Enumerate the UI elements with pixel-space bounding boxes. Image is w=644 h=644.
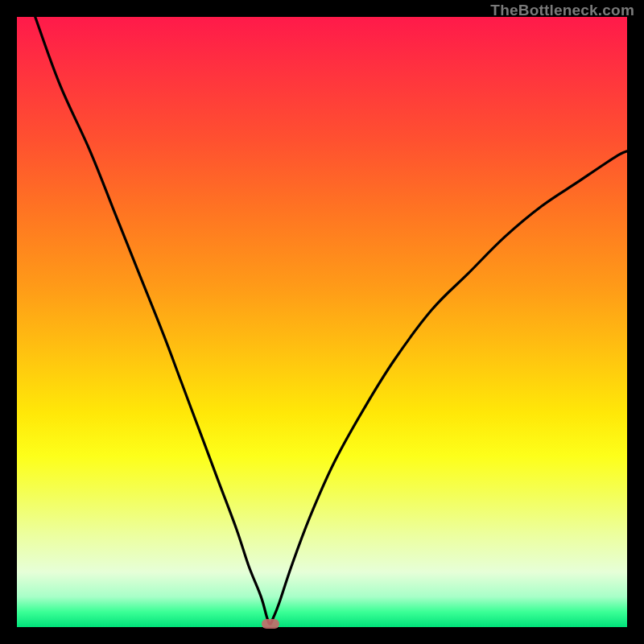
chart-frame: TheBottleneck.com: [0, 0, 644, 644]
bottleneck-curve: [35, 17, 627, 624]
minimum-marker: [262, 619, 279, 629]
plot-area: [17, 17, 627, 627]
curve-svg: [17, 17, 627, 627]
